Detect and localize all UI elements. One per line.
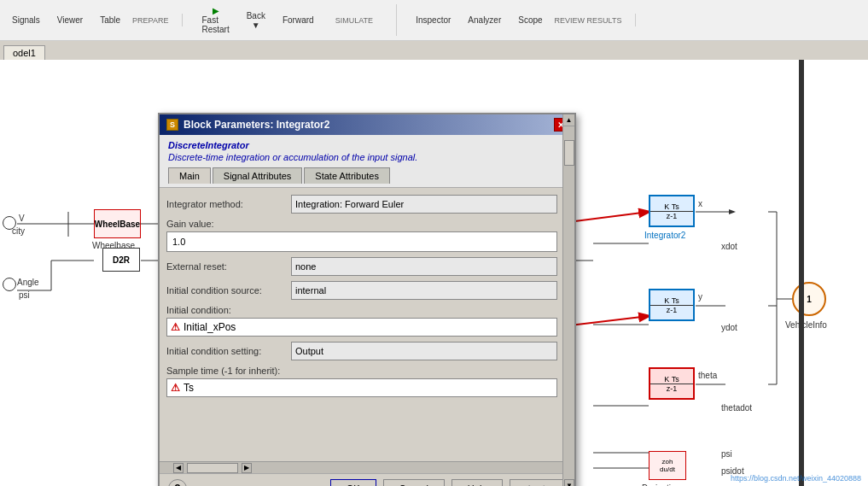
- external-reset-row: External reset:: [166, 257, 557, 276]
- initial-condition-setting-label: Initial condition setting:: [166, 346, 286, 356]
- prepare-label: PREPARE: [132, 16, 168, 25]
- integrator-method-input[interactable]: [291, 195, 557, 214]
- d2r-block[interactable]: D2R: [102, 248, 140, 272]
- scroll-down-btn[interactable]: ▼: [564, 479, 574, 486]
- modal-title: Block Parameters: Integrator2: [184, 119, 329, 131]
- help-button[interactable]: Help: [451, 479, 504, 486]
- prepare-group: Signals Viewer Table PREPARE: [7, 14, 183, 26]
- input-circle-v: [3, 216, 16, 230]
- integrator2-bot-text: z-1: [650, 211, 693, 220]
- initial-condition-source-input[interactable]: [291, 281, 557, 300]
- scope-btn[interactable]: Scope: [513, 14, 547, 26]
- angle-label: Angle: [17, 278, 39, 287]
- v-label: V: [19, 214, 25, 223]
- vehicle-info-text: 1: [807, 295, 812, 304]
- integrator-method-label: Integrator method:: [166, 199, 286, 209]
- initial-condition-value: Initial_xPos: [184, 321, 236, 333]
- external-reset-label: External reset:: [166, 261, 286, 272]
- initial-condition-setting-input[interactable]: [291, 342, 557, 360]
- modal-footer: ? OK Cancel Help Apply: [160, 473, 574, 486]
- main-area: V city WheelBase Wheelbase D2R Angle psi…: [0, 60, 868, 486]
- ydot-label: ydot: [721, 323, 737, 332]
- table-btn[interactable]: Table: [95, 14, 125, 26]
- review-label: REVIEW RESULTS: [555, 16, 622, 25]
- vehicle-info-label: VehicleInfo: [785, 320, 827, 330]
- modal-tabs: Main Signal Attributes State Attributes: [168, 167, 566, 184]
- initial-condition-section-label: Initial condition:: [166, 305, 557, 315]
- y-label: y: [698, 292, 702, 302]
- modal-header-section: DiscreteIntegrator Discrete-time integra…: [160, 135, 574, 188]
- sample-time-label: Sample time (-1 for inherit):: [166, 366, 557, 376]
- integrator2-block[interactable]: K Ts z-1: [649, 195, 695, 227]
- footer-buttons: OK Cancel Help Apply: [330, 479, 566, 486]
- scroll-left-btn[interactable]: ◀: [173, 463, 184, 473]
- tab-state-attributes[interactable]: State Attributes: [304, 167, 390, 184]
- xdot-label: xdot: [721, 242, 737, 251]
- block-description: Discrete-time integration or accumulatio…: [168, 152, 566, 162]
- input-circle-angle: [3, 278, 16, 291]
- help-icon-btn[interactable]: ?: [168, 479, 187, 486]
- right-border-bar: [799, 60, 804, 486]
- psi-label: psi: [19, 290, 30, 300]
- integrator-y-block[interactable]: K Ts z-1: [649, 289, 695, 321]
- horiz-scroll-thumb[interactable]: [187, 463, 238, 473]
- vehicle-info-block[interactable]: 1: [792, 282, 826, 316]
- scroll-thumb[interactable]: [564, 140, 574, 166]
- block-type-label: DiscreteIntegrator: [168, 140, 566, 150]
- gain-input[interactable]: [166, 231, 557, 252]
- ok-button[interactable]: OK: [330, 479, 376, 486]
- initial-condition-field[interactable]: ⚠ Initial_xPos: [166, 318, 557, 337]
- tab-bar: odel1: [0, 41, 868, 60]
- wheelbase-block[interactable]: WheelBase: [94, 209, 141, 238]
- theta-label: theta: [698, 371, 717, 380]
- x-label: x: [698, 199, 702, 208]
- fast-restart-btn[interactable]: ▶ Fast Restart: [196, 4, 234, 36]
- initial-condition-source-label: Initial condition source:: [166, 285, 286, 296]
- thetadot-label: thetadot: [721, 403, 752, 413]
- watermark: https://blog.csdn.net/weixin_44020888: [731, 474, 861, 483]
- block-parameters-modal: S Block Parameters: Integrator2 ✕ Discre…: [158, 113, 576, 486]
- integrator2-label: Integrator2: [644, 231, 685, 240]
- toolbar: Signals Viewer Table PREPARE ▶ Fast Rest…: [0, 0, 868, 41]
- integrator-theta-bot-text: z-1: [650, 384, 693, 393]
- sample-time-error-icon: ⚠: [171, 382, 180, 394]
- review-group: Inspector Analyzer Scope REVIEW RESULTS: [411, 14, 636, 26]
- signals-btn[interactable]: Signals: [7, 14, 45, 26]
- integrator-theta-block[interactable]: K Ts z-1: [649, 367, 695, 400]
- integrator-theta-top-text: K Ts: [664, 375, 679, 384]
- back-btn[interactable]: Back ▼: [242, 9, 271, 32]
- cancel-button[interactable]: Cancel: [383, 479, 445, 486]
- apply-button[interactable]: Apply: [510, 479, 566, 486]
- simulate-group: ▶ Fast Restart Back ▼ Forward SIMULATE: [196, 4, 397, 36]
- vertical-scrollbar[interactable]: ▲ ▼: [562, 114, 574, 486]
- horizontal-scrollbar[interactable]: ◀ ▶: [160, 461, 574, 473]
- simulate-label: SIMULATE: [326, 16, 383, 25]
- tab-signal-attributes[interactable]: Signal Attributes: [213, 167, 303, 184]
- sample-time-field[interactable]: ⚠ Ts: [166, 378, 557, 397]
- zoh-block[interactable]: zoh du/dt: [649, 451, 686, 480]
- initial-condition-setting-row: Initial condition setting:: [166, 342, 557, 360]
- scroll-up-btn[interactable]: ▲: [563, 114, 574, 126]
- modal-body: DiscreteIntegrator Discrete-time integra…: [160, 135, 574, 486]
- modal-form-area: Integrator method: Gain value: External …: [160, 188, 574, 461]
- modal-icon: S: [166, 119, 178, 131]
- integrator-y-top-text: K Ts: [664, 296, 679, 305]
- model-tab[interactable]: odel1: [3, 45, 45, 60]
- sample-time-value: Ts: [184, 382, 194, 394]
- psi-right-label: psi: [721, 449, 732, 459]
- initial-condition-error-icon: ⚠: [171, 321, 180, 333]
- initial-condition-source-row: Initial condition source:: [166, 281, 557, 300]
- gain-label: Gain value:: [166, 219, 557, 229]
- scroll-right-btn[interactable]: ▶: [242, 463, 252, 473]
- forward-btn[interactable]: Forward: [277, 14, 319, 26]
- viewer-btn[interactable]: Viewer: [52, 14, 88, 26]
- inspector-btn[interactable]: Inspector: [411, 14, 456, 26]
- integrator-method-row: Integrator method:: [166, 195, 557, 214]
- modal-form: Integrator method: Gain value: External …: [160, 188, 574, 461]
- integrator-y-bot-text: z-1: [650, 305, 693, 314]
- integrator2-top-text: K Ts: [664, 202, 679, 211]
- external-reset-input[interactable]: [291, 257, 557, 276]
- modal-titlebar: S Block Parameters: Integrator2 ✕: [160, 114, 574, 135]
- analyzer-btn[interactable]: Analyzer: [463, 14, 506, 26]
- tab-main[interactable]: Main: [168, 167, 211, 184]
